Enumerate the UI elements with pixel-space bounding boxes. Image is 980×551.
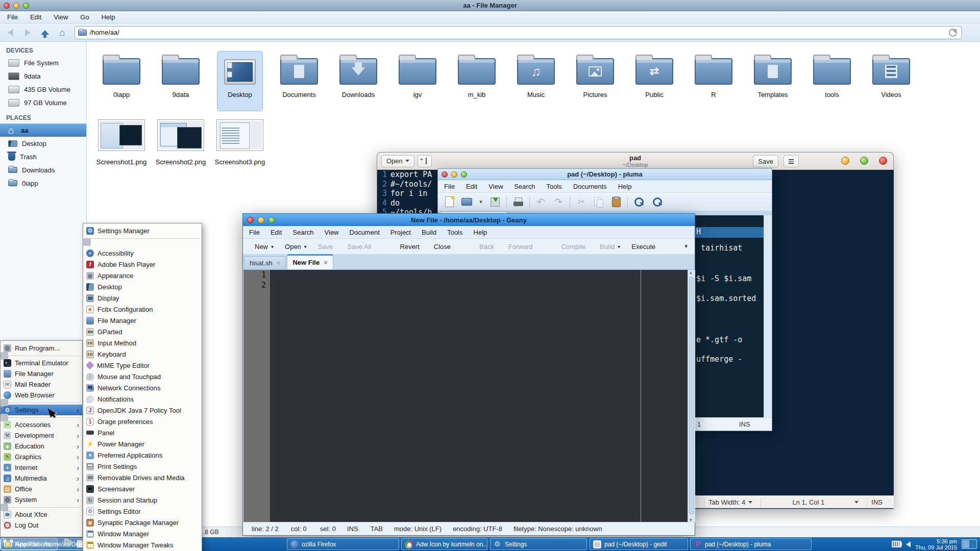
maximize-icon[interactable] [860,157,868,165]
menu-item[interactable]: Help [618,183,632,190]
toolbar-icon[interactable] [478,196,484,208]
toolbar-icon[interactable] [552,196,565,208]
toolbar-button[interactable]: Build ▾ [595,241,625,253]
minimize-icon[interactable] [841,157,849,165]
new-tab-button[interactable] [418,155,432,167]
taskbar-window-button[interactable]: Adw Icon by kurtmeln on... [401,538,487,550]
taskbar-window-button[interactable]: New File - /home/aa/Des... [0,538,91,550]
geany-titlebar[interactable]: New File - /home/aa/Desktop - Geany [243,214,695,226]
folder-item[interactable]: R [684,49,743,113]
toolbar-button[interactable]: Open ▾ [280,241,311,253]
menu-item[interactable]: Adobe Flash Player [83,259,202,270]
menu-item[interactable]: Log Out [1,520,82,531]
menu-item[interactable] [1,505,82,509]
editor-tab[interactable]: hisat.sh × [244,256,286,269]
scrollbar[interactable] [764,215,772,417]
editor-tab[interactable]: New File × [287,254,333,269]
sidebar-item-place[interactable]: Desktop [0,137,86,150]
menu-item[interactable]: Removable Drives and Media [83,472,202,483]
tab-width-selector[interactable]: Tab Width: 4 [704,497,756,507]
home-button[interactable]: ⌂ [55,26,69,39]
toolbar-icon[interactable] [489,196,501,208]
folder-item[interactable]: Pictures [566,49,625,113]
menu-item[interactable]: Network Connections [83,382,202,393]
path-text[interactable]: /home/aa/ [90,29,119,36]
toolbar-icon[interactable] [506,196,507,208]
geany-editor-area[interactable]: 12 [243,270,695,522]
menu-item[interactable]: Edit [271,229,282,236]
menu-item[interactable]: Display [83,292,202,304]
menu-item[interactable]: Desktop [83,281,202,292]
toolbar-icon[interactable] [633,196,645,208]
toolbar-button[interactable] [665,244,677,248]
menu-item[interactable]: Screensaver [83,483,202,494]
menu-item[interactable] [1,415,82,419]
menu-item[interactable]: Accessories › [1,419,82,430]
sidebar-item-device[interactable]: 9data [0,69,86,83]
menu-item[interactable] [83,236,202,247]
toolbar-icon[interactable] [627,196,628,208]
menu-item[interactable]: Power Manager [83,438,202,449]
folder-item[interactable]: m_kib [447,49,506,113]
folder-item[interactable]: Videos [862,49,921,113]
folder-item[interactable]: Desktop [210,49,270,113]
menu-item[interactable]: Development › [1,430,82,441]
menu-item[interactable]: Help [474,229,487,236]
menu-item[interactable]: Fcitx Configuration [83,304,202,315]
menu-item[interactable]: Go [80,13,89,21]
menu-item[interactable]: Document [350,229,380,236]
menu-item[interactable]: Build [422,229,436,236]
menu-item[interactable]: Settings Editor [83,506,202,517]
menu-item[interactable]: Tools [547,183,562,190]
open-button[interactable]: Open [381,155,414,167]
menu-item[interactable]: Accessibility [83,247,202,259]
menu-item[interactable]: Panel [83,427,202,438]
taskbar-window-button[interactable]: pad (~/Desktop) - gedit [590,538,688,550]
menu-item[interactable]: Window Manager [83,528,202,539]
menu-item[interactable]: Web Browser [1,390,82,400]
sidebar-item-device[interactable]: File System [0,56,86,69]
toolbar-icon[interactable] [460,196,473,208]
menu-item[interactable]: Search [514,183,535,190]
gedit-headerbar[interactable]: Open pad ~/Desktop Save [377,153,893,170]
toolbar-button[interactable]: Close [429,241,458,253]
menu-item[interactable]: Office › [1,484,82,494]
menu-item[interactable]: Mail Reader [1,379,82,390]
toolbar-button[interactable]: Back [475,241,502,253]
clock[interactable]: 5:36 pm Thu, 09 Jul 2015 [915,538,957,550]
sidebar-item-place[interactable]: Downloads [0,163,86,177]
toolbar-icon[interactable] [593,196,605,208]
menu-item[interactable]: File [249,229,260,236]
toolbar-icon[interactable] [443,196,455,208]
toolbar-icon[interactable] [575,196,587,208]
close-tab-icon[interactable]: × [277,259,281,267]
menu-item[interactable]: File Manager [83,315,202,326]
file-item[interactable]: Screenshot3.png [210,116,270,178]
menu-item[interactable]: Edit [466,183,477,190]
menu-item[interactable]: Project [390,229,411,236]
sidebar-item-device[interactable]: 97 GB Volume [0,96,86,109]
toolbar-icon[interactable] [512,196,524,208]
scrollbar[interactable] [688,270,695,522]
menu-item[interactable]: Documents [573,183,607,190]
pluma-titlebar[interactable]: pad (~/Desktop) - pluma [438,169,772,180]
menu-item[interactable]: About Xfce [1,509,82,520]
menu-item[interactable]: View [488,183,503,190]
close-icon[interactable] [879,157,887,165]
menu-item[interactable]: Preferred Applications [83,449,202,461]
menu-item[interactable]: MIME Type Editor [83,360,202,371]
menu-item[interactable]: File Manager [1,368,82,379]
menu-item[interactable] [1,354,82,358]
toolbar-icon[interactable] [651,196,664,208]
toolbar-button[interactable]: Save All [343,241,379,253]
menu-item[interactable]: View [54,13,68,21]
path-bar[interactable]: /home/aa/ [75,26,962,39]
menu-item[interactable]: Edit [30,13,41,21]
save-button[interactable]: Save [753,155,778,167]
menu-item[interactable]: Keyboard [83,348,202,360]
file-item[interactable]: Screenshot2.png [151,116,210,178]
menu-item[interactable]: Multimedia › [1,473,82,484]
menu-item[interactable]: System › [1,494,82,505]
toolbar-button[interactable]: New ▾ [250,241,278,253]
taskbar-window-button[interactable]: Settings [490,538,587,550]
